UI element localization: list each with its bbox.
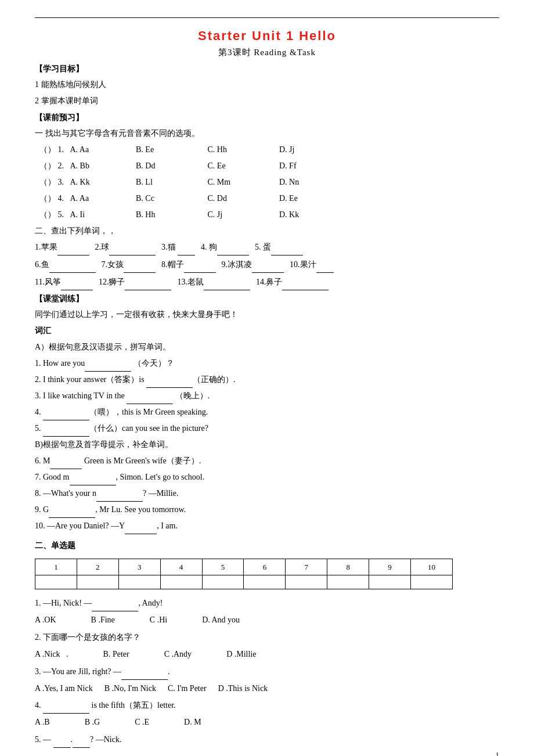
answer-8 — [327, 575, 369, 589]
vocab-row-2: 6.鱼 7.女孩 8.帽子 9.冰淇凌 10.果汁 — [35, 257, 499, 273]
table-header-row: 1 2 3 4 5 6 7 8 9 10 — [35, 559, 453, 575]
preview-choice-5: （） 5. A. Ii B. Hh C. Jj D. Kk — [39, 207, 499, 223]
vocab-6: 6.鱼 — [35, 257, 96, 273]
vocab-14: 14.鼻子 — [256, 274, 329, 290]
preview-choice-2: （） 2. A. Bb B. Dd C. Ee D. Ff — [39, 158, 499, 174]
col-2: 2 — [77, 559, 118, 575]
col-1: 1 — [35, 559, 77, 575]
mc-answer-table: 1 2 3 4 5 6 7 8 9 10 — [35, 559, 453, 589]
preview-choice-3: （） 3. A. Kk B. Ll C. Mm D. Nn — [39, 174, 499, 190]
learning-goal-2: 2 掌握本课时单词 — [35, 93, 499, 109]
col-6: 6 — [244, 559, 286, 575]
col-9: 9 — [369, 559, 411, 575]
answer-10 — [411, 575, 453, 589]
vocab-12: 12.狮子 — [99, 274, 172, 290]
vocab-b-label: B)根据句意及首字母提示，补全单词。 — [35, 437, 499, 453]
answer-3 — [118, 575, 160, 589]
learning-goals-label: 【学习目标】 — [35, 64, 499, 74]
col-5: 5 — [202, 559, 244, 575]
vocab-b-7: 7. Good m, Simon. Let's go to school. — [35, 469, 499, 485]
vocab-10: 10.果汁 — [290, 257, 334, 273]
vocab-2: 2.球 — [95, 239, 156, 255]
answer-7 — [286, 575, 327, 589]
answer-1 — [35, 575, 77, 589]
col-3: 3 — [118, 559, 160, 575]
vocab-b-10: 10. —Are you Daniel? —Y, I am. — [35, 518, 499, 534]
answer-2 — [77, 575, 118, 589]
col-7: 7 — [286, 559, 327, 575]
vocab-lookup-label: 二、查出下列单词，， — [35, 223, 499, 239]
vocab-13: 13.老鼠 — [177, 274, 250, 290]
preview-choices-block: （） 1. A. Aa B. Ee C. Hh D. Jj （） 2. A. B… — [39, 142, 499, 223]
vocab-1: 1.苹果 — [35, 239, 89, 255]
vocab-b-8: 8. —What's your n? —Millie. — [35, 485, 499, 502]
table-answer-row — [35, 575, 453, 589]
vocab-3: 3.猫 — [161, 239, 195, 255]
vocab-a-5: 5. （什么）can you see in the picture? — [35, 420, 499, 437]
vocab-a-1: 1. How are you （今天）？ — [35, 355, 499, 372]
preview-label: 【课前预习】 — [35, 113, 499, 123]
top-divider — [35, 17, 499, 18]
col-4: 4 — [160, 559, 202, 575]
vocab-row-1: 1.苹果 2.球 3.猫 4. 狗 5. 蛋 — [35, 239, 499, 255]
vocab-b-9: 9. G, Mr Lu. See you tomorrow. — [35, 502, 499, 518]
mc-question-2: 2. 下面哪一个是女孩的名字？ A .Nick . B. Peter C .An… — [35, 629, 499, 664]
main-title: Starter Unit 1 Hello — [35, 28, 499, 44]
vocab-section: 词汇 — [35, 323, 499, 339]
vocab-8: 8.帽子 — [161, 257, 216, 273]
vocab-a-4: 4. （喂），this is Mr Green speaking. — [35, 404, 499, 420]
vocab-b-6: 6. M Green is Mr Green's wife（妻子）. — [35, 453, 499, 469]
practice-label: 【课堂训练】 — [35, 294, 499, 304]
vocab-5: 5. 蛋 — [255, 239, 303, 255]
col-10: 10 — [411, 559, 453, 575]
answer-4 — [160, 575, 202, 589]
answer-9 — [369, 575, 411, 589]
practice-intro: 同学们通过以上学习，一定很有收获，快来大显身手吧！ — [35, 307, 499, 323]
mc-question-1: 1. —Hi, Nick! —, Andy! A .OK B .Fine C .… — [35, 595, 499, 629]
vocab-7: 7.女孩 — [102, 257, 156, 273]
answer-5 — [202, 575, 244, 589]
mc-question-3: 3. —You are Jill, right? —. A .Yes, I am… — [35, 664, 499, 698]
col-8: 8 — [327, 559, 369, 575]
page-number: 1 — [496, 750, 500, 756]
sub-title: 第3课时 Reading &Task — [35, 47, 499, 58]
vocab-4: 4. 狗 — [201, 239, 249, 255]
vocab-11: 11.风筝 — [35, 274, 93, 290]
preview-choice-1: （） 1. A. Aa B. Ee C. Hh D. Jj — [39, 142, 499, 158]
preview-intro: 一 找出与其它字母含有元音音素不同的选项。 — [35, 125, 499, 142]
learning-goal-1: 1 能熟练地问候别人 — [35, 77, 499, 93]
answer-6 — [244, 575, 286, 589]
mc-question-4: 4. is the fifth（第五）letter. A .B B .G C .… — [35, 697, 499, 732]
vocab-a-3: 3. I like watching TV in the （晚上）. — [35, 388, 499, 404]
vocab-9: 9.冰淇凌 — [222, 257, 284, 273]
vocab-row-3: 11.风筝 12.狮子 13.老鼠 14.鼻子 — [35, 274, 499, 290]
mc-label: 二、单选题 — [35, 538, 499, 554]
vocab-a-2: 2. I think your answer（答案）is （正确的）. — [35, 372, 499, 388]
vocab-a-label: A）根据句意及汉语提示，拼写单词。 — [35, 339, 499, 355]
preview-choice-4: （） 4. A. Aa B. Cc C. Dd D. Ee — [39, 190, 499, 207]
mc-question-5: 5. — .? —Nick. — [35, 732, 499, 748]
